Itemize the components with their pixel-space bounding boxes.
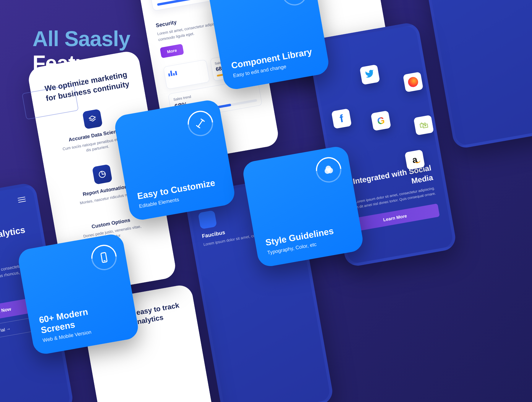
feature-card-customize: Easy to Customize Editable Elements [113, 98, 236, 222]
pie-chart-icon [92, 164, 113, 185]
amazon-icon: a [405, 150, 425, 170]
magic-wand-icon [186, 109, 215, 138]
google-icon: G [371, 111, 391, 131]
headline-line-1: All Saasly [33, 27, 130, 51]
more-button[interactable]: More [160, 44, 184, 58]
feature-card-library: Component Library Easy to edit and chang… [207, 0, 330, 91]
venn-icon [314, 155, 343, 185]
components-icon [280, 0, 309, 7]
hamburger-menu-icon[interactable] [17, 197, 26, 202]
feature-card-screens: 60+ Modern Screens Web & Mobile Version [17, 233, 140, 356]
svg-line-2 [104, 260, 106, 261]
feature-card-style: Style Guidelines Typography, Color, etc [241, 145, 365, 268]
layers-icon [82, 109, 103, 129]
headline-line-2: Features [33, 51, 130, 75]
facebook-icon: f [331, 108, 352, 129]
page-headline: All Saasly Features [33, 27, 130, 75]
shopify-icon: 🛍 [413, 115, 434, 136]
phone-icon [89, 243, 119, 272]
feature-chip-icon [198, 210, 217, 229]
firefox-icon [403, 72, 424, 93]
mini-stat-card [163, 59, 210, 89]
twitter-icon [359, 64, 380, 85]
